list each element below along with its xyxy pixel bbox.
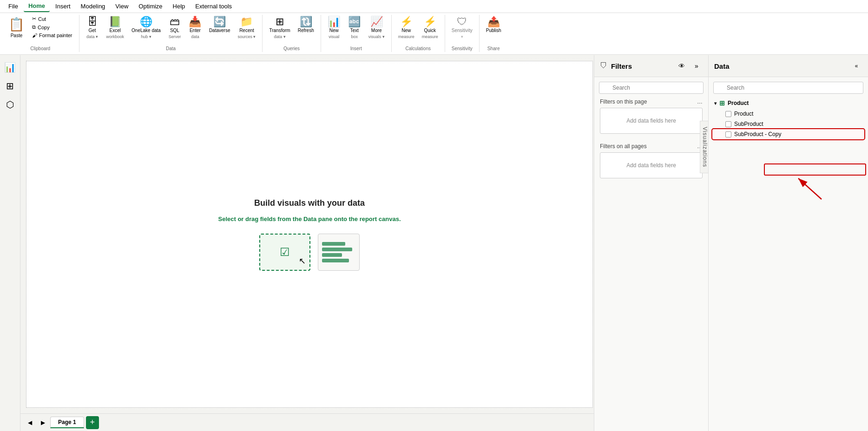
tree-group-product-header[interactable]: ▾ ⊞ Product bbox=[712, 98, 864, 109]
tree-checkbox-subproduct[interactable] bbox=[725, 121, 731, 127]
tree-chevron-icon: ▾ bbox=[714, 101, 717, 106]
get-data-sub: data ▾ bbox=[86, 34, 98, 39]
paste-button[interactable]: 📋 Paste bbox=[6, 15, 27, 40]
onelake-button[interactable]: 🌐 OneLake data hub ▾ bbox=[129, 15, 164, 41]
sql-label: SQL bbox=[170, 28, 179, 33]
menu-optimize[interactable]: Optimize bbox=[134, 1, 167, 12]
tree-group-product-label: Product bbox=[728, 100, 749, 106]
tree-checkbox-product[interactable] bbox=[725, 111, 731, 117]
add-page-button[interactable]: + bbox=[86, 416, 99, 429]
paste-icon: 📋 bbox=[8, 17, 25, 32]
publish-icon: 📤 bbox=[487, 17, 500, 27]
menu-insert[interactable]: Insert bbox=[51, 1, 75, 12]
text-box-button[interactable]: 🔤 Text box bbox=[345, 15, 364, 41]
excel-button[interactable]: 📗 Excel workbook bbox=[104, 15, 127, 41]
sensitivity-section: 🛡 Sensitivity ▾ Sensitivity bbox=[445, 15, 480, 52]
copy-label: Copy bbox=[38, 25, 50, 30]
quick-measure-icon: ⚡ bbox=[424, 17, 436, 27]
transform-data-button[interactable]: ⊞ Transform data ▾ bbox=[266, 15, 293, 41]
publish-label: Publish bbox=[486, 28, 501, 33]
data-panel-header: Data « bbox=[709, 55, 868, 77]
page-prev-button[interactable]: ◀ bbox=[24, 417, 35, 428]
tree-item-product-label: Product bbox=[734, 111, 753, 117]
filters-search-input[interactable] bbox=[599, 82, 704, 94]
data-panel-collapse-button[interactable]: « bbox=[850, 60, 862, 72]
enter-data-button[interactable]: 📥 Enter data bbox=[186, 15, 204, 41]
filters-header: ⛉ Filters 👁 » bbox=[594, 55, 708, 77]
tree-item-subproduct-copy-label: SubProduct - Copy bbox=[734, 131, 781, 137]
sensitivity-icon: 🛡 bbox=[457, 17, 467, 27]
tree-checkbox-subproduct-copy[interactable] bbox=[725, 131, 731, 137]
data-search-input[interactable] bbox=[713, 82, 863, 94]
excel-icon: 📗 bbox=[109, 17, 121, 27]
menu-modeling[interactable]: Modeling bbox=[76, 1, 110, 12]
quick-measure-button[interactable]: ⚡ Quick measure bbox=[419, 15, 441, 41]
table-view-icon[interactable]: ⊞ bbox=[2, 78, 19, 94]
filter-page-more-icon[interactable]: … bbox=[697, 98, 703, 105]
illus-line-2 bbox=[322, 248, 352, 251]
sql-button[interactable]: 🗃 SQL Server bbox=[165, 15, 184, 41]
filter-chevron-button[interactable]: » bbox=[690, 60, 703, 72]
sensitivity-label2: Sensitivity bbox=[449, 45, 475, 52]
refresh-icon: 🔃 bbox=[300, 17, 312, 27]
format-painter-label: Format painter bbox=[39, 33, 72, 38]
get-data-button[interactable]: 🗄 Get data ▾ bbox=[83, 15, 102, 41]
filter-eye-button[interactable]: 👁 bbox=[676, 60, 688, 72]
copy-button[interactable]: ⧉ Copy bbox=[29, 23, 75, 31]
sql-sub: Server bbox=[169, 34, 181, 39]
dataverse-label: Dataverse bbox=[209, 28, 230, 33]
report-view-icon[interactable]: 📊 bbox=[2, 59, 19, 76]
onelake-sub: hub ▾ bbox=[141, 34, 151, 39]
page-next-button[interactable]: ▶ bbox=[37, 417, 48, 428]
publish-button[interactable]: 📤 Publish bbox=[483, 15, 504, 35]
menu-external-tools[interactable]: External tools bbox=[191, 1, 237, 12]
menu-help[interactable]: Help bbox=[168, 1, 190, 12]
data-search-wrap: 🔍 bbox=[713, 82, 863, 94]
format-painter-button[interactable]: 🖌 Format painter bbox=[29, 32, 75, 39]
menu-view[interactable]: View bbox=[111, 1, 133, 12]
calculations-section: ⚡ New measure ⚡ Quick measure Calculatio… bbox=[392, 15, 445, 52]
tree-item-subproduct[interactable]: SubProduct bbox=[712, 119, 864, 129]
tree-table-icon: ⊞ bbox=[719, 99, 725, 107]
excel-label: Excel bbox=[110, 28, 121, 33]
dataverse-button[interactable]: 🔄 Dataverse bbox=[206, 15, 233, 35]
tree-item-subproduct-copy[interactable]: SubProduct - Copy bbox=[712, 129, 864, 139]
checkmark-icon: ☑ bbox=[280, 246, 290, 259]
cut-button[interactable]: ✂ Cut bbox=[29, 15, 75, 23]
page-1-tab[interactable]: Page 1 bbox=[50, 417, 84, 428]
menu-home[interactable]: Home bbox=[24, 0, 50, 12]
canvas-subtitle: Select or drag fields from the Data pane… bbox=[218, 216, 401, 222]
sensitivity-button[interactable]: 🛡 Sensitivity ▾ bbox=[449, 15, 475, 41]
data-tree: ▾ ⊞ Product Product SubProduct SubProduc… bbox=[709, 94, 868, 431]
tree-item-product[interactable]: Product bbox=[712, 109, 864, 119]
sql-icon: 🗃 bbox=[170, 17, 180, 27]
new-visual-label: New bbox=[329, 28, 339, 33]
illus-line-4 bbox=[322, 259, 349, 262]
data-pane-link[interactable]: Data bbox=[303, 216, 316, 222]
data-panel-title: Data bbox=[714, 62, 850, 70]
new-measure-button[interactable]: ⚡ New measure bbox=[395, 15, 417, 41]
visualizations-tab[interactable]: Visualizations bbox=[700, 121, 709, 173]
new-visual-button[interactable]: 📊 New visual bbox=[325, 15, 343, 41]
filters-on-all-pages-drop: Add data fields here bbox=[600, 152, 703, 178]
more-visuals-sub: visuals ▾ bbox=[368, 34, 385, 39]
new-visual-icon: 📊 bbox=[328, 17, 340, 27]
canvas-illustration: ☑ ↖ bbox=[259, 234, 360, 271]
report-canvas[interactable]: Build visuals with your data Select or d… bbox=[26, 61, 593, 408]
more-visuals-icon: 📈 bbox=[370, 17, 383, 27]
recent-sources-sub: sources ▾ bbox=[237, 34, 256, 39]
format-painter-icon: 🖌 bbox=[32, 33, 37, 38]
recent-sources-button[interactable]: 📁 Recent sources ▾ bbox=[235, 15, 258, 41]
model-view-icon[interactable]: ⬡ bbox=[2, 96, 19, 113]
filters-on-all-pages-title: Filters on all pages … bbox=[600, 143, 703, 150]
refresh-button[interactable]: 🔃 Refresh bbox=[295, 15, 317, 35]
more-visuals-button[interactable]: 📈 More visuals ▾ bbox=[366, 15, 388, 41]
clipboard-label: Clipboard bbox=[6, 45, 75, 52]
data-panel: Data « 🔍 ▾ ⊞ Product Product SubProduct … bbox=[708, 55, 868, 431]
filters-title: Filters bbox=[611, 62, 672, 70]
cursor-icon: ↖ bbox=[299, 256, 306, 266]
cut-label: Cut bbox=[38, 16, 46, 22]
menu-file[interactable]: File bbox=[4, 1, 23, 12]
insert-label: Insert bbox=[325, 45, 388, 52]
onelake-icon: 🌐 bbox=[140, 17, 152, 27]
